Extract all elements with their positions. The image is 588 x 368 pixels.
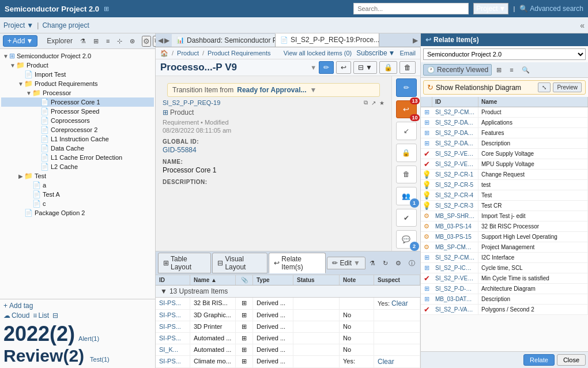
rp-list-btn[interactable]: ≡ — [506, 65, 517, 75]
recently-viewed-btn[interactable]: 🕐 Recently Viewed — [423, 64, 492, 76]
rp-cell-id[interactable]: SI_S2_P-CMP-24 — [432, 253, 478, 262]
rp-cell-id[interactable]: MB_SP-SHRQ-1 — [432, 211, 478, 221]
more-button[interactable]: ⊛ — [127, 36, 138, 47]
refresh-bottom-button[interactable]: ↻ — [380, 257, 391, 269]
explorer-tab[interactable]: Explorer — [44, 35, 76, 47]
tree-item-l1-instruction-cache[interactable]: 📄 L1 Instruction Cache — [1, 134, 154, 144]
table-row[interactable]: SI_K... Automated ... ⊞ Derived ... No — [156, 344, 420, 356]
tree-item-test[interactable]: ▶ 📁 Test — [1, 171, 154, 181]
rp-table-row[interactable]: 💡 SI_S2_P-CR-3 Test CR — [421, 201, 588, 211]
tree-item-test-a[interactable]: 📄 Test A — [1, 190, 154, 199]
bookmark-icon[interactable]: ★ — [379, 100, 385, 106]
tab-overflow[interactable]: ▶ — [413, 36, 418, 44]
tab-nav-back[interactable]: ◀ — [158, 36, 163, 44]
subscribe-button[interactable]: Subscribe▼ — [356, 49, 395, 57]
rp-table-row[interactable]: ✔ SI_S2_P-VER-17 Min Cycle Time is satis… — [421, 273, 588, 284]
rp-table-row[interactable]: ⚙ MB_03-PS-15 Support High Level Operati… — [421, 232, 588, 242]
copy-icon[interactable]: ⧉ — [364, 99, 368, 106]
rp-table-row[interactable]: ✔ SI_S2_P-VER-2 MPU Supply Voltage — [421, 159, 588, 170]
delete-side-button[interactable]: 🗑 — [396, 166, 417, 184]
preview-btn[interactable]: Preview — [553, 82, 582, 92]
rp-cell-id[interactable]: SI_S2_P-CR-5 — [432, 180, 478, 190]
rp-table-row[interactable]: ✔ SI_S2_P-VAL-10 Polygons / Second 2 — [421, 305, 588, 315]
project-dropdown[interactable]: Project ▼ — [473, 3, 508, 14]
tree-item-root[interactable]: ▼ ⊞ Semiconductor Project 2.0 — [1, 51, 154, 61]
table-row[interactable]: SI-PS... 3D Printer ⊞ Derived ... No — [156, 321, 420, 333]
rp-table-row[interactable]: ⊞ SI_S2_P-CMP-24 I2C Interface — [421, 253, 588, 263]
rp-cell-id[interactable]: SI_S2_P-DATA-... — [432, 118, 478, 127]
global-id-value[interactable]: GID-55884 — [163, 146, 385, 154]
rp-table-row[interactable]: ⊞ SI_S2_P-DATA-... Features — [421, 128, 588, 138]
expand-btn[interactable]: ⤡ — [538, 82, 551, 92]
tab-dashboard[interactable]: 📊 Dashboard: Semiconductor Project... ✕ — [172, 34, 276, 47]
rp-cell-id[interactable]: SI_S2_P-ICBLK... — [432, 263, 478, 273]
change-project-button[interactable]: Change project — [42, 21, 89, 29]
breadcrumb-product[interactable]: Product — [177, 50, 199, 57]
add-button[interactable]: + Add ▼ — [3, 35, 37, 47]
rp-table-row[interactable]: ⊞ MB_03-DATA-32 Description — [421, 294, 588, 305]
tree-item-import-test[interactable]: 📄 Import Test — [1, 70, 154, 79]
settings-button[interactable]: ⚙ — [142, 36, 151, 47]
collapse-button[interactable]: « — [580, 21, 585, 30]
breadcrumb-home[interactable]: 🏠 — [160, 50, 168, 57]
cell-id[interactable]: SI-PS... — [156, 310, 190, 321]
search-input[interactable] — [353, 3, 469, 14]
alert-badge[interactable]: Alert(1) — [78, 335, 99, 342]
upstream-toggle[interactable]: ▼ — [160, 287, 167, 295]
rp-table-row[interactable]: ⚙ MB_SP-SHRQ-1 Import Test j- edit — [421, 211, 588, 221]
rp-project-select[interactable]: Semiconductor Project 2.0 — [423, 48, 586, 60]
advanced-search-link[interactable]: 🔍 Advanced search — [519, 5, 583, 13]
clear-link-2[interactable]: Clear — [378, 358, 394, 366]
clear-link[interactable]: Clear — [391, 299, 408, 307]
cell-id[interactable]: SI-PS... — [156, 333, 190, 344]
delete-button[interactable]: 🗑 — [399, 61, 416, 74]
relate-button[interactable]: ↩ — [336, 61, 351, 74]
rp-cell-id[interactable]: MB_03-DATA-32 — [432, 294, 478, 304]
check-side-button[interactable]: ✔ — [396, 209, 417, 227]
rp-table-row[interactable]: ⊞ SI_S2_P-D-DE... Architecture Diagram — [421, 284, 588, 294]
rp-table-row[interactable]: 💡 SI_S2_P-CR-5 test — [421, 180, 588, 190]
tree-item-a[interactable]: 📄 a — [1, 181, 154, 190]
cell-id[interactable]: SI-PS... — [156, 298, 190, 309]
relate-final-button[interactable]: Relate — [523, 354, 555, 366]
tree-item-processor[interactable]: ▼ 📁 Processor — [1, 88, 154, 97]
grid-view-button[interactable]: ⊞ — [91, 36, 101, 47]
tab-relate-items[interactable]: ↩ Relate Item(s) — [269, 253, 326, 273]
tree-item-coprocessors[interactable]: 📄 Coprocessors — [1, 116, 154, 125]
req-id-link[interactable]: SI_S2_P-P_REQ-19 — [163, 99, 220, 106]
email-button[interactable]: Email — [399, 50, 416, 57]
rp-table-row[interactable]: 💡 SI_S2_P-CR-4 Test — [421, 190, 588, 201]
split-button[interactable]: ⊟ ▼ — [353, 61, 377, 74]
extra-option[interactable]: ⊟ — [52, 311, 58, 320]
edit-button[interactable]: ✏ — [319, 61, 334, 74]
rp-table-row[interactable]: ⚙ MB_03-PS-14 32 Bit RISC Processor — [421, 221, 588, 232]
tree-item-c[interactable]: 📄 c — [1, 199, 154, 208]
rp-search-btn[interactable]: 🔍 — [518, 65, 533, 76]
tree-item-coreprocessor2[interactable]: 📄 Coreprocessor 2 — [1, 125, 154, 134]
info-bottom-button[interactable]: ⓘ — [406, 257, 418, 269]
list-view-button[interactable]: ≡ — [103, 36, 112, 46]
table-row[interactable]: SI-PS... 32 Bit RIS... ⊞ Derived ... Yes… — [156, 298, 420, 310]
rp-table-row[interactable]: ✔ SI_S2_P-VER-1 Core Supply Voltage — [421, 149, 588, 159]
rp-cell-id[interactable]: MB_03-PS-14 — [432, 221, 478, 231]
add-tag-button[interactable]: + Add tag — [3, 302, 152, 310]
rp-grid-btn[interactable]: ⊞ — [493, 65, 505, 76]
table-row[interactable]: SI-PS... Automated ... ⊞ Derived ... No — [156, 333, 420, 344]
tab-visual-layout[interactable]: ⊟ Visual Layout — [212, 253, 267, 273]
edit-side-button[interactable]: ✏ — [396, 78, 417, 97]
share-icon[interactable]: ↗ — [371, 100, 376, 106]
comment-side-button[interactable]: 💬 2 — [396, 230, 417, 249]
test-badge[interactable]: Test(1) — [90, 356, 110, 363]
tree-item-product-req[interactable]: ▼ 📁 Product Requirements — [1, 79, 154, 88]
tree-item-data-cache[interactable]: 📄 Data Cache — [1, 144, 154, 153]
rp-cell-id[interactable]: SI_S2_P-DATA-... — [432, 128, 478, 138]
users-side-button[interactable]: 👥 1 — [396, 187, 417, 205]
tree-item-l1-cache-error[interactable]: 📄 L1 Cache Error Detection — [1, 153, 154, 162]
tree-item-processor-speed[interactable]: 📄 Processor Speed — [1, 107, 154, 116]
share-button[interactable]: ⊹ — [114, 36, 125, 47]
table-row[interactable]: SI-PS... Climate mo... ⊞ Derived ... Yes… — [156, 356, 420, 368]
show-relationship-diagram-btn[interactable]: ↻ Show Relationship Diagram ⤡ Preview — [423, 80, 586, 95]
tab-edit[interactable]: ✏ Edit ▼ — [327, 257, 365, 269]
rp-cell-id[interactable]: SI_S2_P-CR-1 — [432, 170, 478, 179]
rp-cell-id[interactable]: SI_S2_P-VER-17 — [432, 273, 478, 283]
